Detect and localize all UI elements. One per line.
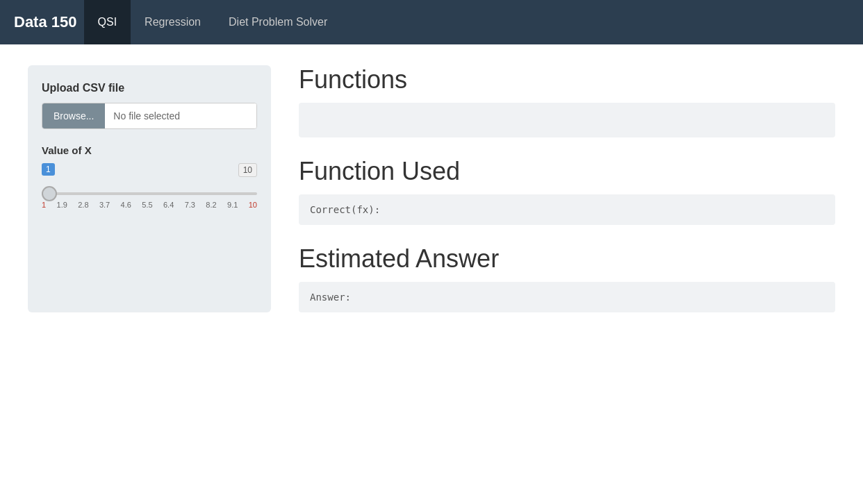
tick-1-9: 1.9 [57,201,67,209]
function-used-box: Correct(fx): [299,194,835,225]
file-input-row: Browse... No file selected [42,103,257,129]
browse-button[interactable]: Browse... [42,103,105,128]
navbar: Data 150 QSI Regression Diet Problem Sol… [0,0,863,44]
estimated-answer-box: Answer: [299,282,835,312]
slider-max-badge: 10 [238,163,257,177]
slider-container: 1 10 1 1.9 2.8 3.7 4.6 5.5 6.4 7.3 8.2 9… [42,163,257,209]
functions-title: Functions [299,65,835,94]
nav-item-diet-problem-solver[interactable]: Diet Problem Solver [215,0,341,44]
file-name-display: No file selected [105,103,256,128]
tick-8-2: 8.2 [206,201,216,209]
left-panel: Upload CSV file Browse... No file select… [28,65,271,312]
estimated-answer-title: Estimated Answer [299,244,835,274]
slider-ticks: 1 1.9 2.8 3.7 4.6 5.5 6.4 7.3 8.2 9.1 10 [42,201,257,209]
tick-7-3: 7.3 [185,201,195,209]
tick-10: 10 [249,201,257,209]
nav-item-regression[interactable]: Regression [131,0,215,44]
tick-5-5: 5.5 [142,201,152,209]
value-of-x-label: Value of X [42,144,257,156]
slider-min-badge: 1 [42,163,55,176]
tick-2-8: 2.8 [78,201,88,209]
main-container: Upload CSV file Browse... No file select… [0,44,863,333]
nav-item-qsi[interactable]: QSI [84,0,131,44]
tick-1: 1 [42,201,46,209]
right-panel: Functions Function Used Correct(fx): Est… [299,65,835,312]
upload-csv-label: Upload CSV file [42,82,257,94]
navbar-brand: Data 150 [14,13,77,31]
functions-box [299,103,835,137]
value-of-x-slider[interactable] [42,192,257,195]
tick-9-1: 9.1 [227,201,238,209]
tick-6-4: 6.4 [163,201,174,209]
function-used-title: Function Used [299,157,835,186]
slider-track-row: 1 1.9 2.8 3.7 4.6 5.5 6.4 7.3 8.2 9.1 10 [42,185,257,209]
tick-3-7: 3.7 [99,201,110,209]
tick-4-6: 4.6 [121,201,131,209]
